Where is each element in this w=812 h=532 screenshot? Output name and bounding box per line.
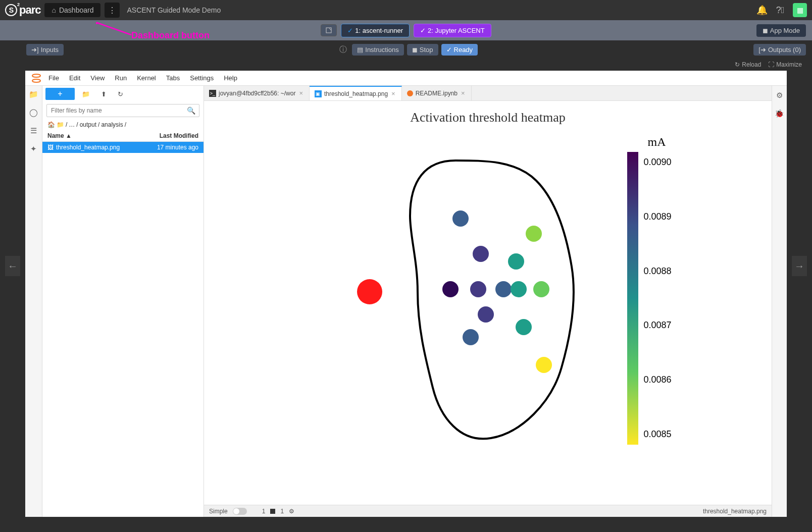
search-icon: 🔍 xyxy=(187,107,195,115)
edit-icon xyxy=(325,27,332,34)
prev-step-button[interactable]: ← xyxy=(5,256,20,276)
step1-label: 1: ascent-runner xyxy=(355,27,403,34)
jupyter-rightbar: ⚙ 🐞 xyxy=(772,86,787,517)
col-name[interactable]: Name ▲ xyxy=(47,132,160,139)
edit-pipeline-button[interactable] xyxy=(321,24,337,36)
fascicle-marker xyxy=(516,319,532,335)
sparc-logo: Sparc xyxy=(5,4,40,17)
avatar[interactable]: ▦ xyxy=(793,3,807,17)
debug-icon[interactable]: 🐞 xyxy=(775,109,784,118)
refresh-icon[interactable]: ↻ xyxy=(114,88,127,100)
property-inspector-icon[interactable]: ⚙ xyxy=(776,91,783,100)
extensions-icon[interactable]: ✦ xyxy=(30,144,37,153)
col-modified[interactable]: Last Modified xyxy=(160,132,198,139)
term-count: 1 xyxy=(280,508,284,515)
tab-label: jovyan@4fbd9cff2b56: ~/wor xyxy=(219,90,295,97)
inputs-label: Inputs xyxy=(41,46,59,54)
gear-icon[interactable]: ⚙ xyxy=(289,508,294,515)
new-folder-icon[interactable]: 📁 xyxy=(78,88,94,100)
close-icon[interactable]: × xyxy=(298,89,304,97)
fascicle-marker xyxy=(470,281,486,297)
pipeline-step-2[interactable]: ✓ 2: Jupyter ASCENT xyxy=(414,24,491,37)
tick: 0.0087 xyxy=(643,320,671,331)
home-icon[interactable]: 🏠 xyxy=(47,121,55,128)
maximize-button[interactable]: ⛶ Maximize xyxy=(768,61,802,68)
menu-file[interactable]: File xyxy=(43,73,64,83)
new-launcher-button[interactable]: + xyxy=(45,88,75,100)
close-icon[interactable]: × xyxy=(460,89,466,97)
tick: 0.0089 xyxy=(643,211,671,222)
menu-kernel[interactable]: Kernel xyxy=(132,73,161,83)
next-step-button[interactable]: → xyxy=(792,256,807,276)
topbar-right: 🔔 ?⃝ ▦ xyxy=(756,3,807,17)
stop-icon: ◼ xyxy=(412,46,418,54)
menu-button[interactable]: ⋮ xyxy=(105,3,120,18)
toc-icon[interactable]: ☰ xyxy=(30,126,37,135)
upload-icon[interactable]: ⬆ xyxy=(97,88,111,100)
terminal-icon: >_ xyxy=(209,90,216,97)
menu-help[interactable]: Help xyxy=(219,73,242,83)
instr-label: Instructions xyxy=(365,46,398,54)
check-icon: ✓ xyxy=(446,46,452,54)
help-icon[interactable]: ?⃝ xyxy=(775,5,786,16)
file-filter: 🔍 xyxy=(46,104,199,117)
inputs-button[interactable]: ➜] Inputs xyxy=(26,44,64,56)
bell-icon[interactable]: 🔔 xyxy=(756,5,768,16)
tab-label: threshold_heatmap.png xyxy=(324,90,388,97)
menu-edit[interactable]: Edit xyxy=(64,73,85,83)
fascicle-marker xyxy=(536,357,552,373)
util-bar: ↻ Reload ⛶ Maximize xyxy=(0,59,812,71)
outputs-label: Outputs (0) xyxy=(768,46,801,54)
topbar-left: Sparc ⌂ Dashboard ⋮ ASCENT Guided Mode D… xyxy=(5,3,221,18)
breadcrumb-analysis[interactable]: analysis xyxy=(101,121,123,128)
simple-toggle[interactable] xyxy=(233,508,247,515)
topbar: Sparc ⌂ Dashboard ⋮ ASCENT Guided Mode D… xyxy=(0,0,812,20)
ready-indicator: ✓ Ready xyxy=(441,44,478,56)
check-icon: ✓ xyxy=(420,27,426,34)
file-row[interactable]: 🖼 threshold_heatmap.png 17 minutes ago xyxy=(42,142,204,153)
tick: 0.0086 xyxy=(643,375,671,385)
outputs-button[interactable]: [➜ Outputs (0) xyxy=(753,44,806,56)
login-icon: ➜] xyxy=(31,46,39,54)
menu-run[interactable]: Run xyxy=(110,73,132,83)
breadcrumb-ellipsis[interactable]: … xyxy=(69,121,75,128)
tab-notebook[interactable]: README.ipynb × xyxy=(402,86,472,100)
breadcrumb-output[interactable]: output xyxy=(80,121,96,128)
folder-icon[interactable]: 📁 xyxy=(29,90,38,99)
tab-image[interactable]: ▣ threshold_heatmap.png × xyxy=(310,86,402,100)
stop-button[interactable]: ◼ Stop xyxy=(407,44,438,56)
file-filter-input[interactable] xyxy=(46,104,199,117)
reload-button[interactable]: ↻ Reload xyxy=(735,61,761,68)
colorbar xyxy=(627,152,638,445)
instructions-button[interactable]: ▤ Instructions xyxy=(352,44,403,56)
image-icon: 🖼 xyxy=(47,144,54,151)
app-mode-button[interactable]: ◼ App Mode xyxy=(756,24,806,37)
logout-icon: [➜ xyxy=(758,46,766,54)
pipeline-step-1[interactable]: ✓ 1: ascent-runner xyxy=(341,24,410,37)
file-modified: 17 minutes ago xyxy=(157,144,198,151)
tick: 0.0090 xyxy=(643,157,671,168)
menu-tabs[interactable]: Tabs xyxy=(161,73,185,83)
menu-view[interactable]: View xyxy=(85,73,110,83)
file-name: 🖼 threshold_heatmap.png xyxy=(47,144,157,151)
close-icon[interactable]: × xyxy=(390,90,396,97)
tab-terminal[interactable]: >_ jovyan@4fbd9cff2b56: ~/wor × xyxy=(204,86,310,100)
fascicle-marker xyxy=(533,281,549,297)
menu-settings[interactable]: Settings xyxy=(185,73,219,83)
colorbar-ticks: 0.0090 0.0089 0.0088 0.0087 0.0086 0.008… xyxy=(643,152,671,445)
dashboard-button[interactable]: ⌂ Dashboard xyxy=(44,3,100,17)
jupyter-menu-bar: File Edit View Run Kernel Tabs Settings … xyxy=(25,71,787,86)
status-filename: threshold_heatmap.png xyxy=(703,508,767,515)
kernel-count: 1 xyxy=(262,508,266,515)
project-title: ASCENT Guided Mode Demo xyxy=(127,6,221,14)
running-icon[interactable]: ◯ xyxy=(29,108,38,117)
fascicle-marker xyxy=(463,329,479,345)
folder-icon[interactable]: 📁 xyxy=(57,121,64,128)
info-icon[interactable]: ⓘ xyxy=(339,45,347,55)
chart-title: Activation threshold heatmap xyxy=(204,101,772,125)
fascicle-marker xyxy=(526,226,542,242)
image-icon: ▣ xyxy=(315,90,322,97)
reload-icon: ↻ xyxy=(735,61,740,68)
status-bar: Simple 1 1 ⚙ threshold_heatmap.png xyxy=(204,505,772,517)
simple-label: Simple xyxy=(209,508,228,515)
